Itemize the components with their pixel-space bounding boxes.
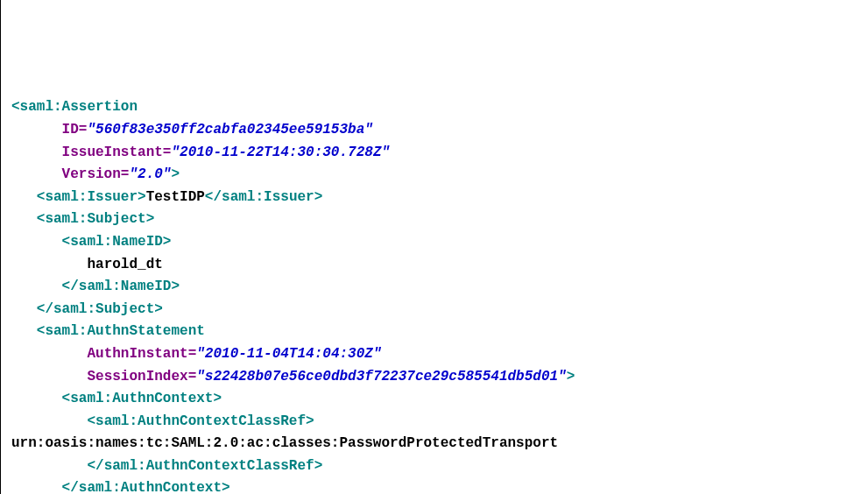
token-tag: </saml:NameID>: [62, 279, 180, 294]
token-tag: <saml:AuthnStatement: [37, 323, 205, 339]
token-val: "560f83e350ff2cabfa02345ee59153ba": [87, 122, 372, 138]
token-tag: </saml:AuthnContextClassRef>: [87, 458, 322, 474]
token-text: TestIDP: [146, 189, 205, 205]
token-text: urn:oasis:names:tc:SAML:2.0:ac:classes:P…: [11, 435, 558, 451]
token-attr: SessionIndex=: [87, 369, 196, 385]
token-tag: <saml:Assertion: [11, 99, 138, 115]
token-attr: AuthnInstant=: [87, 346, 196, 362]
token-attr: ID=: [62, 122, 88, 138]
token-tag: <saml:Subject>: [37, 211, 154, 227]
token-tag: <saml:Issuer>: [37, 189, 146, 205]
token-tag: <saml:AuthnContextClassRef>: [87, 413, 314, 429]
xml-code-block: <saml:Assertion ID="560f83e350ff2cabfa02…: [11, 96, 857, 494]
token-tag: >: [171, 166, 180, 182]
token-attr: IssueInstant=: [62, 145, 172, 160]
token-val: "s22428b07e56ce0dbd3f72237ce29c585541db5…: [196, 369, 566, 385]
token-val: "2010-11-22T14:30:30.728Z": [171, 145, 390, 160]
token-tag: </saml:Subject>: [37, 301, 163, 317]
token-tag: <saml:AuthnContext>: [62, 391, 222, 406]
token-text: harold_dt: [87, 257, 162, 272]
token-tag: </saml:AuthnContext>: [62, 480, 230, 494]
token-tag: <saml:NameID>: [62, 234, 172, 250]
token-tag: >: [567, 369, 575, 385]
token-val: "2.0": [129, 166, 171, 182]
token-val: "2010-11-04T14:04:30Z": [196, 346, 381, 362]
token-attr: Version=: [62, 166, 130, 182]
token-tag: </saml:Issuer>: [205, 189, 322, 205]
